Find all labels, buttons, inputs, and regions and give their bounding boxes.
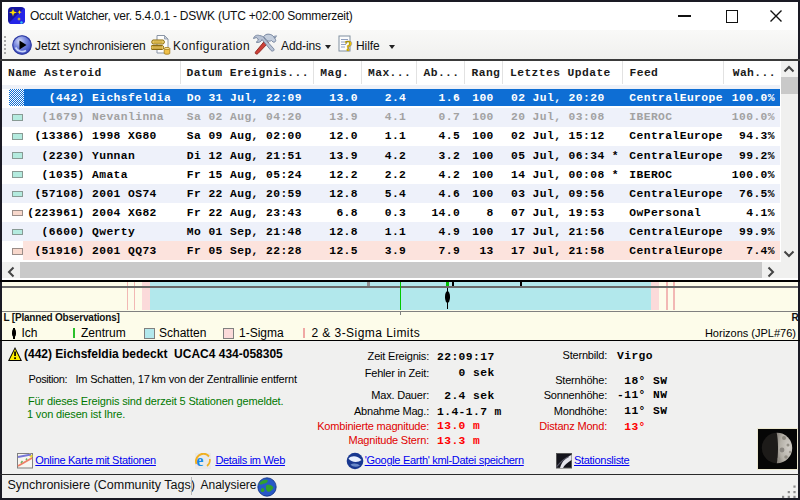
- svg-text:?: ?: [345, 38, 353, 54]
